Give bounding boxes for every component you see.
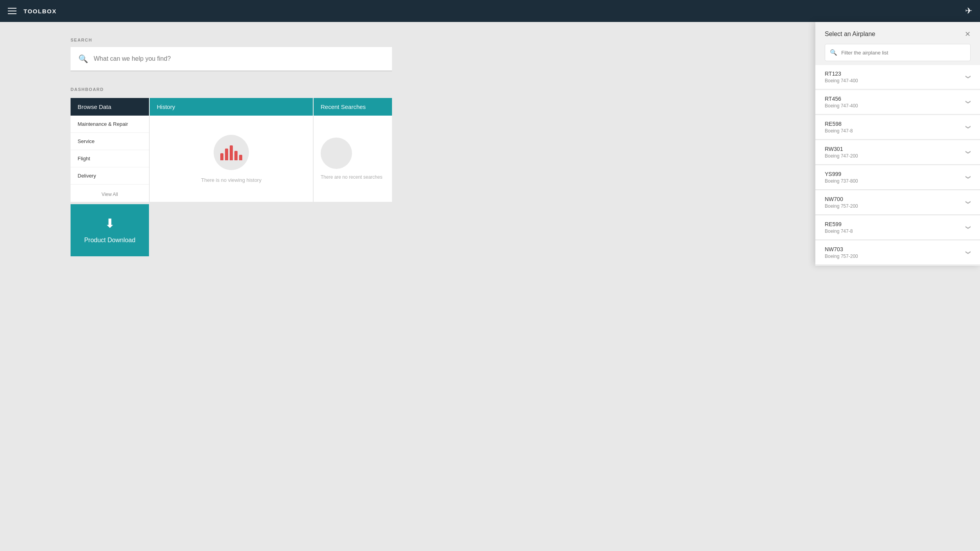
airplane-id: NW703 bbox=[825, 246, 858, 252]
browse-data-items: Maintenance & Repair Service Flight Deli… bbox=[71, 116, 149, 202]
bar-1 bbox=[220, 153, 223, 160]
recent-searches-card: Recent Searches There are no recent sear… bbox=[314, 98, 392, 202]
airplane-info: RE598 Boeing 747-8 bbox=[825, 121, 853, 134]
panel-search-icon: 🔍 bbox=[830, 49, 837, 56]
airplane-id: RE599 bbox=[825, 221, 853, 227]
airplane-list: RT123 Boeing 747-400 ❯ RT456 Boeing 747-… bbox=[815, 65, 980, 266]
airplane-model: Boeing 747-400 bbox=[825, 78, 858, 83]
panel-close-button[interactable]: ✕ bbox=[965, 31, 971, 38]
chevron-down-icon: ❯ bbox=[965, 75, 971, 79]
chevron-down-icon: ❯ bbox=[965, 125, 971, 129]
airplane-selector-panel: Select an Airplane ✕ 🔍 RT123 Boeing 747-… bbox=[815, 22, 980, 266]
airplane-info: YS999 Boeing 737-800 bbox=[825, 171, 858, 184]
airplane-id: NW700 bbox=[825, 196, 858, 202]
airplane-list-item[interactable]: RE598 Boeing 747-8 ❯ bbox=[815, 115, 980, 140]
airplane-list-item[interactable]: RT456 Boeing 747-400 ❯ bbox=[815, 90, 980, 114]
airplane-model: Boeing 757-200 bbox=[825, 203, 858, 209]
airplane-list-item[interactable]: NW703 Boeing 757-200 ❯ bbox=[815, 241, 980, 265]
chevron-down-icon: ❯ bbox=[965, 150, 971, 154]
search-box: 🔍 bbox=[71, 47, 392, 71]
airplane-filter-input[interactable] bbox=[841, 50, 965, 56]
product-download-label: Product Download bbox=[84, 236, 136, 245]
panel-title: Select an Airplane bbox=[825, 31, 875, 38]
airplane-info: RE599 Boeing 747-8 bbox=[825, 221, 853, 234]
airplane-list-item[interactable]: RE599 Boeing 747-8 ❯ bbox=[815, 216, 980, 240]
browse-item-maintenance[interactable]: Maintenance & Repair bbox=[71, 116, 149, 133]
chevron-down-icon: ❯ bbox=[965, 100, 971, 104]
browse-item-delivery[interactable]: Delivery bbox=[71, 167, 149, 185]
airplane-list-item[interactable]: RT123 Boeing 747-400 ❯ bbox=[815, 65, 980, 89]
app-header: TOOLBOX ✈ bbox=[0, 0, 980, 22]
history-card: History There is no viewing history bbox=[150, 98, 313, 202]
panel-search-box: 🔍 bbox=[825, 44, 971, 61]
history-icon-circle bbox=[214, 135, 249, 170]
airplane-model: Boeing 747-200 bbox=[825, 153, 858, 159]
dashboard-section-label: DASHBOARD bbox=[71, 87, 909, 92]
airplane-id: RT123 bbox=[825, 71, 858, 77]
recent-searches-body: There are no recent searches bbox=[314, 116, 392, 202]
airplane-info: RW301 Boeing 747-200 bbox=[825, 146, 858, 159]
bar-3 bbox=[230, 145, 233, 160]
airplane-model: Boeing 747-8 bbox=[825, 128, 853, 134]
history-empty-text: There is no viewing history bbox=[201, 177, 261, 183]
view-all-link[interactable]: View All bbox=[71, 187, 149, 202]
airplane-list-item[interactable]: YS999 Boeing 737-800 ❯ bbox=[815, 165, 980, 190]
recent-empty-circle bbox=[321, 138, 352, 169]
app-title: TOOLBOX bbox=[24, 8, 56, 14]
airplane-info: NW703 Boeing 757-200 bbox=[825, 246, 858, 259]
browse-data-header: Browse Data bbox=[71, 98, 149, 116]
chevron-down-icon: ❯ bbox=[965, 250, 971, 255]
bar-4 bbox=[234, 151, 238, 160]
airplane-model: Boeing 737-800 bbox=[825, 178, 858, 184]
search-input[interactable] bbox=[94, 55, 384, 62]
chevron-down-icon: ❯ bbox=[965, 175, 971, 179]
product-download-button[interactable]: ⬇ Product Download bbox=[71, 204, 149, 256]
airplane-info: NW700 Boeing 757-200 bbox=[825, 196, 858, 209]
airplane-info: RT456 Boeing 747-400 bbox=[825, 96, 858, 109]
bar-5 bbox=[239, 155, 242, 160]
chevron-down-icon: ❯ bbox=[965, 200, 971, 205]
history-header: History bbox=[150, 98, 313, 116]
bar-2 bbox=[225, 149, 228, 160]
search-icon: 🔍 bbox=[78, 54, 88, 63]
airplane-id: YS999 bbox=[825, 171, 858, 177]
airplane-model: Boeing 747-8 bbox=[825, 228, 853, 234]
history-body: There is no viewing history bbox=[150, 116, 313, 202]
airplane-id: RE598 bbox=[825, 121, 853, 127]
panel-header: Select an Airplane ✕ bbox=[815, 22, 980, 44]
browse-data-card: Browse Data Maintenance & Repair Service… bbox=[71, 98, 149, 202]
download-icon: ⬇ bbox=[105, 216, 115, 231]
search-section-label: SEARCH bbox=[71, 38, 909, 42]
airplane-info: RT123 Boeing 747-400 bbox=[825, 71, 858, 83]
airplane-id: RT456 bbox=[825, 96, 858, 102]
airplane-id: RW301 bbox=[825, 146, 858, 152]
browse-item-flight[interactable]: Flight bbox=[71, 150, 149, 167]
browse-item-service[interactable]: Service bbox=[71, 133, 149, 150]
airplane-list-item[interactable]: NW700 Boeing 757-200 ❯ bbox=[815, 190, 980, 215]
airplane-icon[interactable]: ✈ bbox=[965, 6, 972, 16]
bar-chart-mini bbox=[220, 145, 242, 160]
hamburger-menu-button[interactable] bbox=[8, 8, 16, 14]
header-left: TOOLBOX bbox=[8, 8, 56, 14]
dashboard-grid: Browse Data Maintenance & Repair Service… bbox=[71, 98, 392, 202]
airplane-list-item[interactable]: RW301 Boeing 747-200 ❯ bbox=[815, 140, 980, 165]
recent-searches-header: Recent Searches bbox=[314, 98, 392, 116]
airplane-model: Boeing 757-200 bbox=[825, 254, 858, 259]
airplane-model: Boeing 747-400 bbox=[825, 103, 858, 109]
recent-searches-empty-text: There are no recent searches bbox=[321, 174, 382, 180]
chevron-down-icon: ❯ bbox=[965, 225, 971, 230]
